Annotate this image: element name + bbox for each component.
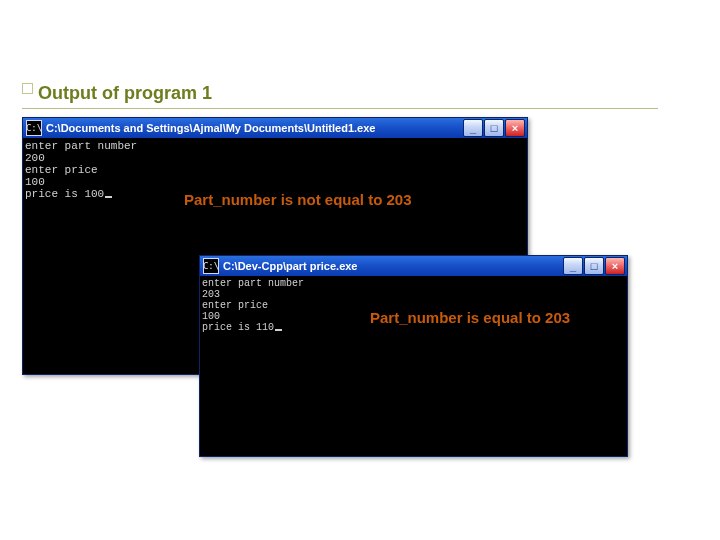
window-title: C:\Documents and Settings\Ajmal\My Docum… xyxy=(46,122,463,134)
cmd-icon: C:\ xyxy=(26,120,42,136)
title-bullet xyxy=(22,83,33,94)
annotation-2: Part_number is equal to 203 xyxy=(370,309,570,326)
output-line: enter price xyxy=(25,164,98,176)
cursor-icon xyxy=(105,196,112,198)
maximize-button[interactable]: □ xyxy=(584,257,604,275)
output-line: enter part number xyxy=(25,140,137,152)
minimize-button[interactable]: _ xyxy=(563,257,583,275)
console-window-2: C:\ C:\Dev-Cpp\part price.exe _ □ × ente… xyxy=(199,255,628,457)
cursor-icon xyxy=(275,329,282,331)
output-line: price is 100 xyxy=(25,188,104,200)
titlebar-buttons: _ □ × xyxy=(463,119,525,137)
maximize-button[interactable]: □ xyxy=(484,119,504,137)
title-underline xyxy=(22,108,658,109)
output-line: 203 xyxy=(202,289,220,300)
output-line: enter price xyxy=(202,300,268,311)
close-button[interactable]: × xyxy=(505,119,525,137)
window-title: C:\Dev-Cpp\part price.exe xyxy=(223,260,563,272)
output-line: 100 xyxy=(25,176,45,188)
console-output: enter part number 200 enter price 100 pr… xyxy=(25,140,137,200)
titlebar[interactable]: C:\ C:\Dev-Cpp\part price.exe _ □ × xyxy=(200,256,627,276)
titlebar[interactable]: C:\ C:\Documents and Settings\Ajmal\My D… xyxy=(23,118,527,138)
minimize-button[interactable]: _ xyxy=(463,119,483,137)
close-button[interactable]: × xyxy=(605,257,625,275)
output-line: 200 xyxy=(25,152,45,164)
output-line: price is 110 xyxy=(202,322,274,333)
annotation-1: Part_number is not equal to 203 xyxy=(184,191,412,208)
output-line: 100 xyxy=(202,311,220,322)
console-output: enter part number 203 enter price 100 pr… xyxy=(202,278,304,333)
slide: Output of program 1 C:\ C:\Documents and… xyxy=(0,0,720,540)
output-line: enter part number xyxy=(202,278,304,289)
titlebar-buttons: _ □ × xyxy=(563,257,625,275)
cmd-icon: C:\ xyxy=(203,258,219,274)
console-body: enter part number 203 enter price 100 pr… xyxy=(200,276,625,456)
slide-title: Output of program 1 xyxy=(38,83,212,104)
